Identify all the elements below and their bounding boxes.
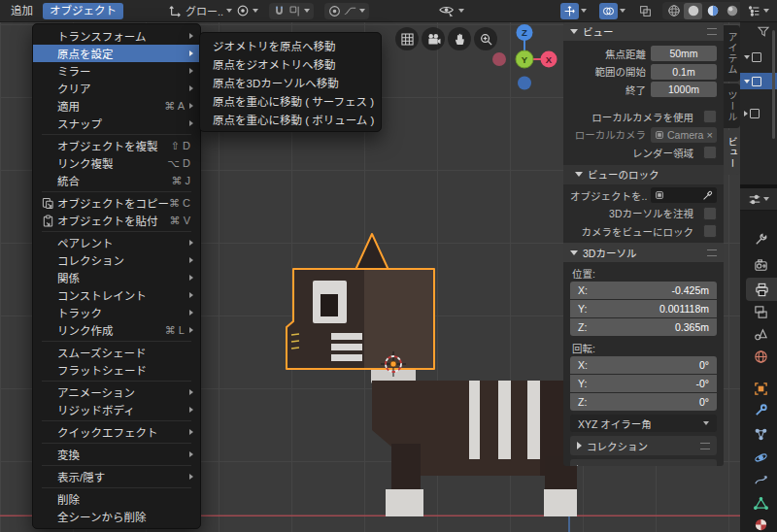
menu-item[interactable]: トランスフォーム	[33, 27, 200, 45]
world-tab[interactable]	[747, 345, 774, 368]
local-camera-field[interactable]: Camera ×	[651, 127, 717, 143]
outliner-header[interactable]	[740, 0, 777, 22]
menu-item[interactable]: 原点を重心に移動 ( サーフェス )	[200, 91, 381, 110]
menu-item[interactable]: ペアレント	[33, 234, 200, 251]
sidebar-tab-item[interactable]: アイテム	[724, 25, 740, 82]
chevron-down-icon[interactable]	[581, 9, 587, 13]
menu-item[interactable]: 原点を設定	[33, 45, 200, 62]
pivot-point-dropdown[interactable]	[236, 4, 258, 17]
chevron-down-icon[interactable]	[359, 9, 365, 13]
menu-item[interactable]: ミラー	[33, 62, 200, 80]
rotation-mode-dropdown[interactable]: XYZ オイラー角	[570, 415, 717, 432]
focal-length-field[interactable]: 50mm	[651, 46, 717, 61]
annotations-section-header[interactable]: アノテーション	[570, 459, 717, 466]
cursor3d-section-header[interactable]: 3Dカーソル	[563, 243, 724, 262]
toggle-grid-button[interactable]	[395, 27, 419, 50]
shading-rendered-button[interactable]	[723, 3, 741, 19]
chevron-down-icon[interactable]	[620, 9, 625, 13]
shading-wireframe-button[interactable]	[664, 3, 683, 19]
modifiers-tab[interactable]	[747, 398, 774, 421]
panel-grip-icon[interactable]	[707, 249, 717, 256]
menu-item[interactable]: クイックエフェクト	[33, 423, 200, 441]
outliner-scrollbar[interactable]	[772, 30, 775, 139]
shading-solid-button[interactable]	[684, 3, 702, 19]
cursor-loc-y-field[interactable]: Y:0.001118m	[570, 300, 717, 317]
menu-item[interactable]: トラック	[33, 304, 200, 321]
menu-item[interactable]: 関係	[33, 269, 200, 286]
data-tab[interactable]	[747, 491, 774, 515]
menu-item[interactable]: リンク複製⌥ D	[33, 154, 200, 172]
render-region-checkbox[interactable]	[703, 146, 717, 159]
camera-view-button[interactable]	[422, 27, 445, 50]
menu-item[interactable]: アニメーション	[33, 383, 200, 401]
panel-grip-icon[interactable]	[700, 443, 710, 449]
menu-item[interactable]: 表示/隠す	[33, 468, 200, 485]
object-tab[interactable]	[747, 377, 774, 400]
menu-item[interactable]: 変換	[33, 446, 200, 463]
cursor-rot-y-field[interactable]: Y:-0°	[570, 375, 717, 392]
show-overlays-button[interactable]	[599, 3, 618, 19]
collections-section-header[interactable]: コレクション	[570, 436, 717, 455]
menu-item[interactable]: 原点を3Dカーソルへ移動	[200, 73, 381, 91]
eyedropper-icon[interactable]	[702, 190, 713, 201]
proportional-edit-icon[interactable]	[328, 5, 341, 17]
sidebar-tab-tool[interactable]: ツール	[724, 83, 740, 128]
scene-tab[interactable]	[747, 322, 774, 346]
navigation-gizmo[interactable]: Z X Y	[492, 24, 557, 90]
material-tab[interactable]	[747, 513, 774, 532]
output-tab[interactable]	[746, 278, 777, 301]
menu-item[interactable]: 原点を重心に移動 ( ボリューム )	[200, 110, 381, 128]
gizmo-neg-z[interactable]	[518, 77, 531, 90]
physics-tab[interactable]	[747, 446, 774, 469]
lock-camera-checkbox[interactable]	[703, 224, 717, 238]
menu-item[interactable]: リジッドボディ	[33, 401, 200, 418]
menu-item[interactable]: コンストレイント	[33, 286, 200, 304]
menu-item[interactable]: 削除	[33, 490, 200, 508]
visibility-dropdown[interactable]	[439, 5, 464, 17]
cursor-rot-z-field[interactable]: Z:0°	[570, 393, 717, 411]
cursor-loc-x-field[interactable]: X:-0.425m	[570, 282, 717, 299]
menu-item[interactable]: フラットシェード	[33, 361, 200, 379]
model-cat[interactable]	[287, 234, 577, 516]
tool-tab[interactable]	[747, 227, 774, 250]
clip-start-field[interactable]: 0.1m	[651, 64, 717, 80]
clip-end-field[interactable]: 1000m	[651, 82, 717, 97]
lock-cursor-checkbox[interactable]	[703, 207, 717, 220]
falloff-curve-icon[interactable]	[344, 5, 356, 17]
add-menu-button[interactable]: 追加	[4, 3, 40, 19]
menu-item[interactable]: ジオメトリを原点へ移動	[200, 36, 381, 54]
transform-orientation-dropdown[interactable]: グロー..	[169, 3, 232, 18]
chevron-down-icon[interactable]	[304, 9, 310, 13]
snap-target-icon[interactable]	[288, 5, 301, 17]
expand-arrow-icon[interactable]	[744, 55, 750, 59]
object-menu-button[interactable]: オブジェクト	[43, 3, 123, 19]
menu-item[interactable]: 原点をジオメトリへ移動	[200, 54, 381, 73]
pan-view-button[interactable]	[448, 27, 471, 50]
menu-item[interactable]: コレクション	[33, 251, 200, 269]
properties-header[interactable]	[740, 188, 777, 211]
menu-item[interactable]: クリア	[33, 80, 200, 97]
clear-camera-button[interactable]: ×	[707, 129, 713, 141]
cursor-rot-x-field[interactable]: X:0°	[570, 356, 717, 374]
xray-toggle-button[interactable]	[636, 3, 655, 19]
gizmo-neg-x[interactable]	[492, 52, 506, 66]
panel-grip-icon[interactable]	[707, 28, 717, 35]
menu-item[interactable]: オブジェクトを貼付⌘ V	[33, 212, 200, 229]
menu-item[interactable]: スナップ	[33, 115, 200, 132]
lock-object-field[interactable]	[651, 187, 717, 203]
filter-icon[interactable]	[758, 26, 769, 37]
menu-item[interactable]: 適用⌘ A	[33, 97, 200, 115]
shading-material-button[interactable]	[703, 3, 722, 19]
menu-item[interactable]: 統合⌘ J	[33, 172, 200, 189]
view-layer-tab[interactable]	[747, 300, 774, 323]
view-section-header[interactable]: ビュー	[563, 21, 724, 41]
menu-item[interactable]: リンク作成⌘ L	[33, 321, 200, 339]
expand-arrow-icon[interactable]	[744, 111, 748, 116]
menu-item[interactable]: 全シーンから削除	[33, 508, 200, 525]
render-tab[interactable]	[747, 253, 774, 277]
menu-item[interactable]: オブジェクトをコピー⌘ C	[33, 194, 200, 212]
cursor-loc-z-field[interactable]: Z:0.365m	[570, 318, 717, 336]
menu-item[interactable]: スムーズシェード	[33, 344, 200, 361]
view-lock-subheader[interactable]: ビューのロック	[563, 165, 724, 184]
zoom-view-button[interactable]	[474, 27, 497, 50]
